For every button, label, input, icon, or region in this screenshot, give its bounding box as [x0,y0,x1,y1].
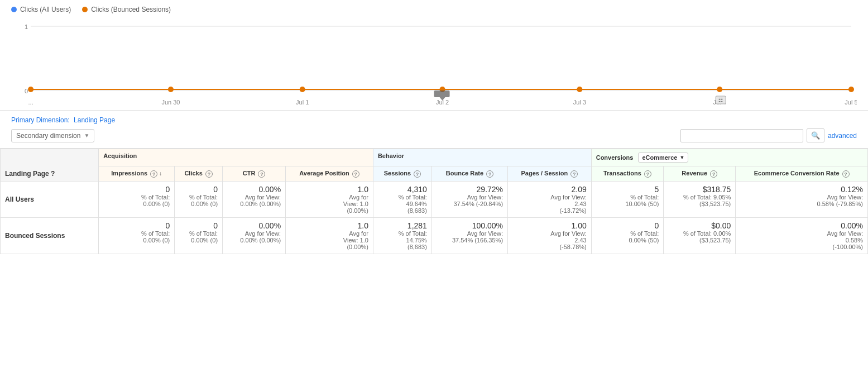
ecom-conv-rate-help-icon[interactable]: ? [842,170,850,178]
th-revenue: Revenue ? [664,166,736,182]
bounce-rate-help-icon[interactable]: ? [486,170,493,178]
cell-sub-avg_position-0: Avg for View: 1.0 (0.00%) [290,194,368,214]
th-impressions: Impressions ? ↓ [99,166,175,182]
cell-bounce_rate-1: 100.00%Avg for View: 37.54% (166.35%) [431,217,507,254]
transactions-help-icon[interactable]: ? [644,170,651,178]
cell-ctr-0: 0.00%Avg for View: 0.00% (0.00%) [223,181,286,217]
cell-main-ecom_conv_rate-0: 0.12% [740,185,863,194]
secondary-dimension-row: Secondary dimension ▼ 🔍 advanced [11,128,857,142]
landing-page-th: Landing Page ? [1,149,99,182]
legend-item-all-users: Clicks (All Users) [11,6,71,13]
cell-sub-clicks-1: % of Total: 0.00% (0) [179,230,218,244]
line-chart: 1 0 ... Jun 30 Jul 1 Jul 2 Jul 3 Jul 4 J… [11,18,857,107]
cell-sub-avg_position-1: Avg for View: 1.0 (0.00%) [290,230,368,250]
cell-main-sessions-0: 4,310 [378,185,427,194]
acquisition-label: Acquisition [103,152,137,159]
cell-sub-bounce_rate-1: Avg for View: 37.54% (166.35%) [437,230,503,244]
chevron-down-icon: ▼ [679,155,684,160]
pages-session-help-icon[interactable]: ? [570,170,578,178]
cell-sub-ctr-1: Avg for View: 0.00% (0.00%) [227,230,281,244]
ecommerce-dropdown[interactable]: eCommerce ▼ [638,152,688,163]
cell-pages_session-1: 1.00Avg for View: 2.43 (-58.78%) [508,217,592,254]
cell-avg_position-0: 1.0Avg for View: 1.0 (0.00%) [286,181,373,217]
landing-page-help-icon[interactable]: ? [51,170,55,178]
cell-main-bounce_rate-1: 100.00% [437,221,503,230]
search-button[interactable]: 🔍 [807,128,824,142]
group-header-row: Landing Page ? Acquisition Behavior Conv… [1,149,868,166]
sort-icon[interactable]: ↓ [159,170,162,177]
cell-ecom_conv_rate-0: 0.12%Avg for View: 0.58% (-79.85%) [736,181,868,217]
svg-rect-20 [434,90,450,97]
cell-transactions-0: 5% of Total: 10.00% (50) [591,181,664,217]
sessions-help-icon[interactable]: ? [414,170,421,178]
search-input[interactable] [680,129,803,142]
legend-item-bounced: Clicks (Bounced Sessions) [82,6,171,13]
table-row: All Users0% of Total: 0.00% (0)0% of Tot… [1,181,868,217]
cell-ecom_conv_rate-1: 0.00%Avg for View: 0.58% (-100.00%) [736,217,868,254]
cell-sub-sessions-0: % of Total: 49.64% (8,683) [378,194,427,214]
avg-position-help-icon[interactable]: ? [352,170,359,178]
th-bounce-rate: Bounce Rate ? [431,166,507,182]
cell-main-revenue-0: $318.75 [668,185,731,194]
cell-main-transactions-0: 5 [596,185,659,194]
cell-main-sessions-1: 1,281 [378,221,427,230]
cell-main-avg_position-0: 1.0 [290,185,368,194]
advanced-link[interactable]: advanced [828,132,857,140]
cell-sub-revenue-0: % of Total: 9.05% ($3,523.75) [668,194,731,207]
cell-main-clicks-1: 0 [179,221,218,230]
th-sessions: Sessions ? [373,166,431,182]
primary-dim-label: Primary Dimension: [11,116,70,124]
cell-main-clicks-0: 0 [179,185,218,194]
cell-sub-revenue-1: % of Total: 0.00% ($3,523.75) [668,230,731,244]
cell-main-bounce_rate-0: 29.72% [437,185,503,194]
th-ecom-conv-rate: Ecommerce Conversion Rate ? [736,166,868,182]
th-clicks: Clicks ? [175,166,223,182]
th-ctr: CTR ? [223,166,286,182]
column-header-row: Impressions ? ↓ Clicks ? CTR ? Average P… [1,166,868,182]
cell-sub-transactions-0: % of Total: 10.00% (50) [596,194,659,207]
behavior-label: Behavior [378,152,404,159]
impressions-help-icon[interactable]: ? [150,170,157,178]
cell-sessions-0: 4,310% of Total: 49.64% (8,683) [373,181,431,217]
svg-text:Jul 1: Jul 1 [296,99,309,106]
legend-label-bounced: Clicks (Bounced Sessions) [91,6,171,13]
ctr-help-icon[interactable]: ? [258,170,265,178]
svg-point-5 [168,87,174,92]
svg-text:Jul 5: Jul 5 [845,99,857,106]
cell-ctr-1: 0.00%Avg for View: 0.00% (0.00%) [223,217,286,254]
legend-label-all-users: Clicks (All Users) [20,6,71,13]
clicks-help-icon[interactable]: ? [205,170,213,178]
cell-pages_session-0: 2.09Avg for View: 2.43 (-13.72%) [508,181,592,217]
cell-main-revenue-1: $0.00 [668,221,731,230]
legend-dot-bounced [82,7,88,12]
svg-text:Jul 3: Jul 3 [573,99,586,106]
chart-area: Clicks (All Users) Clicks (Bounced Sessi… [0,0,868,111]
behavior-group-header: Behavior [373,149,591,166]
table-row: Bounced Sessions0% of Total: 0.00% (0)0%… [1,217,868,254]
ecommerce-label: eCommerce [642,154,677,161]
svg-point-8 [577,87,582,92]
cell-main-ctr-0: 0.00% [227,185,281,194]
secondary-dimension-dropdown[interactable]: Secondary dimension ▼ [11,129,94,142]
svg-text:1: 1 [25,23,28,30]
cell-sub-sessions-1: % of Total: 14.75% (8,683) [378,230,427,250]
cell-main-ecom_conv_rate-1: 0.00% [740,221,863,230]
chart-legend: Clicks (All Users) Clicks (Bounced Sessi… [11,6,857,13]
svg-point-10 [848,87,854,92]
svg-point-9 [717,87,722,92]
svg-text:☷: ☷ [718,97,723,103]
landing-page-col-label: Landing Page [5,170,49,178]
cell-sub-impressions-1: % of Total: 0.00% (0) [103,230,170,244]
cell-main-impressions-1: 0 [103,221,170,230]
row-label-1: Bounced Sessions [1,217,99,254]
chevron-down-icon: ▼ [84,132,89,139]
revenue-help-icon[interactable]: ? [710,170,717,178]
cell-sub-bounce_rate-0: Avg for View: 37.54% (-20.84%) [437,194,503,207]
cell-impressions-0: 0% of Total: 0.00% (0) [99,181,175,217]
cell-transactions-1: 0% of Total: 0.00% (50) [591,217,664,254]
data-table: Landing Page ? Acquisition Behavior Conv… [0,149,868,254]
row-label-0: All Users [1,181,99,217]
cell-sub-transactions-1: % of Total: 0.00% (50) [596,230,659,244]
th-transactions: Transactions ? [591,166,664,182]
th-pages-session: Pages / Session ? [508,166,592,182]
